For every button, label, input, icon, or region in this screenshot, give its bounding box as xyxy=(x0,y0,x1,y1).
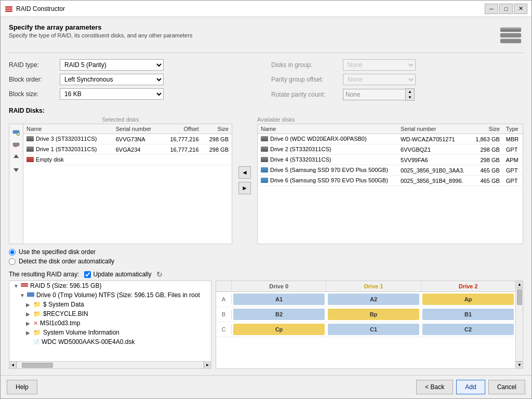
add-button[interactable]: Add xyxy=(456,380,485,394)
v-scroll-thumb[interactable] xyxy=(517,289,522,305)
params-section: RAID type: RAID 5 (Parity) RAID 0 RAID 1… xyxy=(9,59,523,101)
radio-automatic-label[interactable]: Detect the disk order automatically xyxy=(19,258,114,265)
tree-item-sysdata[interactable]: ▶ 📁 $ System Data xyxy=(9,300,211,309)
maximize-button[interactable]: □ xyxy=(499,4,513,14)
move-down-button[interactable] xyxy=(10,164,22,175)
v-scrollbar[interactable]: ▲ ▼ xyxy=(515,281,523,368)
table-row[interactable]: Drive 2 (ST3320311CS) 6VVGBQZ1 298 GB GP… xyxy=(258,144,523,155)
tree-item-recycle[interactable]: ▶ 📁 $RECYCLE.BIN xyxy=(9,309,211,318)
selected-disks-area: Name Serial number Offset Size Drive 3 (… xyxy=(9,124,232,244)
grid-row-c: C Cp C1 C2 xyxy=(216,322,515,337)
v-scroll-up-button[interactable]: ▲ xyxy=(516,281,523,288)
tree-item-drive0[interactable]: ▼ Drive 0 (Tmp Volume) NTFS (Size: 596.1… xyxy=(9,290,211,300)
grid-cell-a1: A1 xyxy=(233,294,325,305)
grid-row-label-b: B xyxy=(216,309,232,320)
grid-row-b: B B2 Bp B1 xyxy=(216,307,515,322)
result-section: ▼ RAID 5 (Size: 596.15 GB) ▼ Drive 0 (Tm… xyxy=(9,281,523,369)
col-name-avail: Name xyxy=(258,124,397,134)
drive-type: APM xyxy=(503,155,523,165)
available-disks-table: Name Serial number Size Type Drive 0 (WD… xyxy=(258,124,523,186)
tree-content: ▼ RAID 5 (Size: 596.15 GB) ▼ Drive 0 (Tm… xyxy=(9,281,211,361)
expand-icon: ▶ xyxy=(26,302,31,308)
tree-item-label: Drive 0 (Tmp Volume) NTFS (Size: 596.15 … xyxy=(36,291,200,299)
rotate-parity-spinbox: ▲ ▼ xyxy=(343,88,415,101)
drive-size: 465 GB xyxy=(471,165,503,176)
tree-item-msi[interactable]: ▶ ✕ MSI1c0d3.tmp xyxy=(9,318,211,328)
tree-item-raid[interactable]: ▼ RAID 5 (Size: 596.15 GB) xyxy=(9,281,211,290)
h-scroll-right-button[interactable]: ► xyxy=(204,362,211,369)
block-size-select[interactable]: 16 KB 32 KB 64 KB 128 KB xyxy=(60,88,164,100)
grid-cell-ap: Ap xyxy=(422,294,514,305)
table-row[interactable]: Drive 6 (Samsung SSD 970 EVO Plus 500GB)… xyxy=(258,176,523,186)
folder-icon: 📁 xyxy=(33,329,41,336)
refresh-icon[interactable]: ↻ xyxy=(156,270,163,278)
close-button[interactable]: ✕ xyxy=(514,4,527,14)
drive-type: GPT xyxy=(503,144,523,155)
tree-item-sysvolinfo[interactable]: ▶ 📁 System Volume Information xyxy=(9,328,211,337)
tree-item-wdc[interactable]: ▶ 📄 WDC WD5000AAKS-00E4A0.dsk xyxy=(9,337,211,347)
svg-rect-5 xyxy=(500,33,521,37)
back-button[interactable]: < Back xyxy=(416,380,453,394)
grid-header-drive1: Drive 1 xyxy=(326,281,421,291)
col-size-avail: Size xyxy=(471,124,503,134)
move-up-button[interactable] xyxy=(10,151,22,163)
spinbox-down-button[interactable]: ▼ xyxy=(406,95,414,100)
table-row[interactable]: Drive 1 (ST3320311CS) 6VGA234 16,777,216… xyxy=(23,144,232,155)
radio-automatic[interactable] xyxy=(9,258,16,265)
grid-row-label-c: C xyxy=(216,324,232,335)
table-row[interactable]: Drive 4 (ST3320311CS) 5VV99FA6 298 GB AP… xyxy=(258,155,523,165)
grid-corner xyxy=(216,281,232,291)
block-size-row: Block size: 16 KB 32 KB 64 KB 128 KB xyxy=(9,88,261,100)
table-row[interactable]: Empty disk xyxy=(23,155,232,165)
available-disks-label: Available disks xyxy=(257,116,523,123)
svg-rect-1 xyxy=(5,8,12,10)
selected-disks-panel: Name Serial number Offset Size Drive 3 (… xyxy=(23,124,232,244)
grid-cell-cp: Cp xyxy=(233,324,325,335)
grid-cell-b1: B1 xyxy=(422,309,514,320)
transfer-buttons: ◄ ► xyxy=(236,116,253,244)
table-row[interactable]: Drive 0 (WDC WD20EARX-00PASB0) WD-WCAZA7… xyxy=(258,134,523,144)
svg-rect-18 xyxy=(21,283,28,285)
remove-disk-button[interactable] xyxy=(10,139,22,150)
folder-icon: 📁 xyxy=(33,310,41,317)
radio-specified-label[interactable]: Use the specified disk order xyxy=(19,248,96,256)
page-subtitle: Specify the type of RAID, its constituen… xyxy=(9,32,192,38)
result-label: The resulting RAID array: xyxy=(9,271,79,278)
v-scroll-down-button[interactable]: ▼ xyxy=(516,361,523,368)
grid-row-label-a: A xyxy=(216,294,232,304)
spinbox-up-button[interactable]: ▲ xyxy=(406,89,414,95)
minimize-button[interactable]: ─ xyxy=(485,4,498,14)
disks-section: Selected disks xyxy=(9,116,523,244)
drive-name: Drive 4 (ST3320311CS) xyxy=(258,155,397,165)
svg-rect-4 xyxy=(500,28,521,32)
h-scroll-thumb[interactable] xyxy=(22,363,53,368)
header-section: Specify the array parameters Specify the… xyxy=(9,23,523,53)
svg-rect-0 xyxy=(5,6,12,8)
raid-icon xyxy=(21,282,28,289)
update-auto-checkbox[interactable] xyxy=(84,271,91,278)
block-size-label: Block size: xyxy=(9,90,56,98)
transfer-right-button[interactable]: ► xyxy=(238,182,251,194)
file-icon: 📄 xyxy=(33,339,39,345)
radio-specified[interactable] xyxy=(9,249,16,256)
cancel-button[interactable]: Cancel xyxy=(488,380,525,394)
result-top-row: The resulting RAID array: Update automat… xyxy=(9,270,523,278)
rotate-parity-count-row: Rotate parity count: ▲ ▼ xyxy=(271,88,523,101)
col-name-selected: Name xyxy=(23,124,113,134)
h-scroll-left-button[interactable]: ◄ xyxy=(9,362,17,369)
raid-type-select[interactable]: RAID 5 (Parity) RAID 0 RAID 1 RAID 6 xyxy=(60,59,164,71)
tree-item-label: WDC WD5000AAKS-00E4A0.dsk xyxy=(42,338,135,345)
table-row[interactable]: Drive 3 (ST3320311CS) 6VVG73NA 16,777,21… xyxy=(23,134,232,144)
help-button[interactable]: Help xyxy=(7,380,37,394)
drive-name: Drive 5 (Samsung SSD 970 EVO Plus 500GB) xyxy=(258,165,397,176)
h-scrollbar[interactable]: ◄ ► xyxy=(9,361,211,368)
tree-panel: ▼ RAID 5 (Size: 596.15 GB) ▼ Drive 0 (Tm… xyxy=(9,281,211,369)
grid-header-drive0: Drive 0 xyxy=(232,281,326,291)
update-auto-label[interactable]: Update automatically xyxy=(93,271,151,278)
transfer-left-button[interactable]: ◄ xyxy=(238,166,251,179)
block-order-select[interactable]: Left Synchronous Right Synchronous Left … xyxy=(60,74,164,85)
available-disks-panel: Name Serial number Size Type Drive 0 (WD… xyxy=(257,124,523,244)
v-scroll-track xyxy=(516,288,523,361)
table-row[interactable]: Drive 5 (Samsung SSD 970 EVO Plus 500GB)… xyxy=(258,165,523,176)
add-disk-button[interactable] xyxy=(10,126,22,138)
